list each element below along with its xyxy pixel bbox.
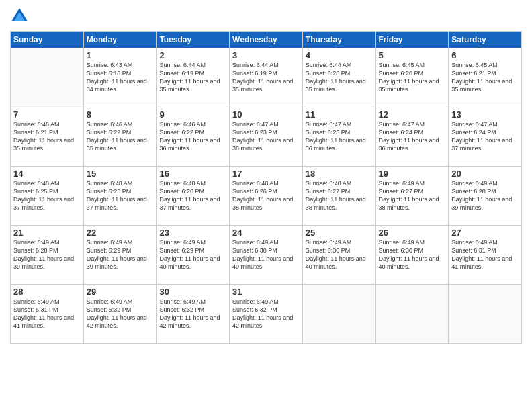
cell-info: Sunrise: 6:44 AM Sunset: 6:20 PM Dayligh… <box>306 61 373 94</box>
calendar-week-row-5: 28 Sunrise: 6:49 AM Sunset: 6:31 PM Dayl… <box>11 285 522 344</box>
daylight: Daylight: 11 hours and 37 minutes. <box>159 196 220 211</box>
day-number: 24 <box>232 228 300 238</box>
cell-info: Sunrise: 6:49 AM Sunset: 6:30 PM Dayligh… <box>379 238 446 271</box>
sunrise: Sunrise: 6:45 AM <box>451 62 498 68</box>
cell-info: Sunrise: 6:49 AM Sunset: 6:29 PM Dayligh… <box>159 238 226 271</box>
daylight: Daylight: 11 hours and 40 minutes. <box>232 255 293 270</box>
sunrise: Sunrise: 6:44 AM <box>159 62 206 68</box>
calendar-cell: 27 Sunrise: 6:49 AM Sunset: 6:31 PM Dayl… <box>449 226 522 285</box>
day-number: 10 <box>232 109 300 120</box>
daylight: Daylight: 11 hours and 39 minutes. <box>13 255 74 270</box>
calendar-cell: 8 Sunrise: 6:46 AM Sunset: 6:22 PM Dayli… <box>83 107 157 167</box>
sunset: Sunset: 6:29 PM <box>159 247 204 254</box>
cell-info: Sunrise: 6:46 AM Sunset: 6:21 PM Dayligh… <box>13 120 81 153</box>
day-number: 16 <box>159 169 226 179</box>
cell-info: Sunrise: 6:47 AM Sunset: 6:24 PM Dayligh… <box>379 120 446 153</box>
cell-info: Sunrise: 6:47 AM Sunset: 6:23 PM Dayligh… <box>306 120 373 153</box>
calendar-cell: 21 Sunrise: 6:49 AM Sunset: 6:28 PM Dayl… <box>11 226 84 285</box>
day-number: 14 <box>13 169 81 179</box>
sunrise: Sunrise: 6:48 AM <box>87 180 133 187</box>
sunset: Sunset: 6:30 PM <box>379 247 424 254</box>
calendar-header-tuesday: Tuesday <box>157 32 230 48</box>
sunset: Sunset: 6:23 PM <box>306 129 351 136</box>
day-number: 17 <box>232 169 300 179</box>
sunset: Sunset: 6:23 PM <box>232 129 277 136</box>
calendar-header-monday: Monday <box>83 32 157 48</box>
daylight: Daylight: 11 hours and 37 minutes. <box>87 196 147 211</box>
cell-info: Sunrise: 6:47 AM Sunset: 6:24 PM Dayligh… <box>451 120 519 153</box>
cell-info: Sunrise: 6:44 AM Sunset: 6:19 PM Dayligh… <box>232 61 300 94</box>
sunset: Sunset: 6:30 PM <box>232 247 277 254</box>
calendar-cell: 24 Sunrise: 6:49 AM Sunset: 6:30 PM Dayl… <box>230 226 303 285</box>
cell-info: Sunrise: 6:48 AM Sunset: 6:25 PM Dayligh… <box>87 179 154 212</box>
day-number: 1 <box>87 50 154 60</box>
daylight: Daylight: 11 hours and 37 minutes. <box>13 196 74 211</box>
sunrise: Sunrise: 6:48 AM <box>159 180 206 187</box>
day-number: 5 <box>379 50 446 60</box>
day-number: 11 <box>306 109 373 120</box>
sunset: Sunset: 6:32 PM <box>232 306 277 313</box>
cell-info: Sunrise: 6:47 AM Sunset: 6:23 PM Dayligh… <box>232 120 300 153</box>
sunrise: Sunrise: 6:48 AM <box>232 180 279 187</box>
calendar-cell: 3 Sunrise: 6:44 AM Sunset: 6:19 PM Dayli… <box>230 48 303 107</box>
day-number: 29 <box>87 287 154 297</box>
calendar-cell: 29 Sunrise: 6:49 AM Sunset: 6:32 PM Dayl… <box>83 285 157 344</box>
sunrise: Sunrise: 6:43 AM <box>87 62 133 68</box>
day-number: 26 <box>379 228 446 238</box>
daylight: Daylight: 11 hours and 35 minutes. <box>159 78 220 93</box>
daylight: Daylight: 11 hours and 35 minutes. <box>232 78 293 93</box>
cell-info: Sunrise: 6:49 AM Sunset: 6:32 PM Dayligh… <box>232 298 300 330</box>
daylight: Daylight: 11 hours and 39 minutes. <box>87 255 147 270</box>
sunset: Sunset: 6:25 PM <box>13 188 58 195</box>
sunrise: Sunrise: 6:44 AM <box>232 62 279 68</box>
calendar-cell: 20 Sunrise: 6:49 AM Sunset: 6:28 PM Dayl… <box>449 167 522 226</box>
sunset: Sunset: 6:31 PM <box>451 247 496 254</box>
daylight: Daylight: 11 hours and 38 minutes. <box>379 196 439 211</box>
cell-info: Sunrise: 6:49 AM Sunset: 6:28 PM Dayligh… <box>13 238 81 271</box>
sunrise: Sunrise: 6:49 AM <box>232 298 279 305</box>
calendar-cell: 28 Sunrise: 6:49 AM Sunset: 6:31 PM Dayl… <box>11 285 84 344</box>
daylight: Daylight: 11 hours and 40 minutes. <box>306 255 366 270</box>
sunset: Sunset: 6:20 PM <box>306 70 351 77</box>
calendar-cell: 5 Sunrise: 6:45 AM Sunset: 6:20 PM Dayli… <box>375 48 449 107</box>
sunrise: Sunrise: 6:47 AM <box>379 121 425 128</box>
daylight: Daylight: 11 hours and 36 minutes. <box>159 137 220 152</box>
cell-info: Sunrise: 6:46 AM Sunset: 6:22 PM Dayligh… <box>87 120 154 153</box>
sunrise: Sunrise: 6:45 AM <box>379 62 425 68</box>
daylight: Daylight: 11 hours and 36 minutes. <box>306 137 366 152</box>
calendar-cell: 2 Sunrise: 6:44 AM Sunset: 6:19 PM Dayli… <box>157 48 230 107</box>
calendar-header-sunday: Sunday <box>11 32 84 48</box>
day-number: 20 <box>451 169 519 179</box>
sunset: Sunset: 6:21 PM <box>13 129 58 136</box>
daylight: Daylight: 11 hours and 41 minutes. <box>13 314 74 329</box>
calendar-cell: 15 Sunrise: 6:48 AM Sunset: 6:25 PM Dayl… <box>83 167 157 226</box>
logo <box>10 7 32 26</box>
sunrise: Sunrise: 6:49 AM <box>87 298 133 305</box>
calendar-cell: 13 Sunrise: 6:47 AM Sunset: 6:24 PM Dayl… <box>449 107 522 167</box>
calendar-cell: 19 Sunrise: 6:49 AM Sunset: 6:27 PM Dayl… <box>375 167 449 226</box>
cell-info: Sunrise: 6:49 AM Sunset: 6:28 PM Dayligh… <box>451 179 519 212</box>
logo-icon <box>10 7 29 26</box>
cell-info: Sunrise: 6:49 AM Sunset: 6:32 PM Dayligh… <box>159 298 226 330</box>
cell-info: Sunrise: 6:49 AM Sunset: 6:31 PM Dayligh… <box>13 298 81 330</box>
calendar-cell: 17 Sunrise: 6:48 AM Sunset: 6:26 PM Dayl… <box>230 167 303 226</box>
daylight: Daylight: 11 hours and 35 minutes. <box>379 78 439 93</box>
cell-info: Sunrise: 6:49 AM Sunset: 6:30 PM Dayligh… <box>232 238 300 271</box>
day-number: 2 <box>159 50 226 60</box>
calendar-cell: 18 Sunrise: 6:48 AM Sunset: 6:27 PM Dayl… <box>302 167 375 226</box>
daylight: Daylight: 11 hours and 35 minutes. <box>451 78 512 93</box>
day-number: 21 <box>13 228 81 238</box>
daylight: Daylight: 11 hours and 36 minutes. <box>232 137 293 152</box>
sunrise: Sunrise: 6:49 AM <box>87 239 133 246</box>
sunrise: Sunrise: 6:46 AM <box>87 121 133 128</box>
day-number: 4 <box>306 50 373 60</box>
daylight: Daylight: 11 hours and 35 minutes. <box>87 137 147 152</box>
sunset: Sunset: 6:25 PM <box>87 188 132 195</box>
sunset: Sunset: 6:24 PM <box>379 129 424 136</box>
day-number: 6 <box>451 50 519 60</box>
sunset: Sunset: 6:31 PM <box>13 306 58 313</box>
sunrise: Sunrise: 6:47 AM <box>306 121 352 128</box>
cell-info: Sunrise: 6:44 AM Sunset: 6:19 PM Dayligh… <box>159 61 226 94</box>
daylight: Daylight: 11 hours and 38 minutes. <box>232 196 293 211</box>
daylight: Daylight: 11 hours and 35 minutes. <box>13 137 74 152</box>
